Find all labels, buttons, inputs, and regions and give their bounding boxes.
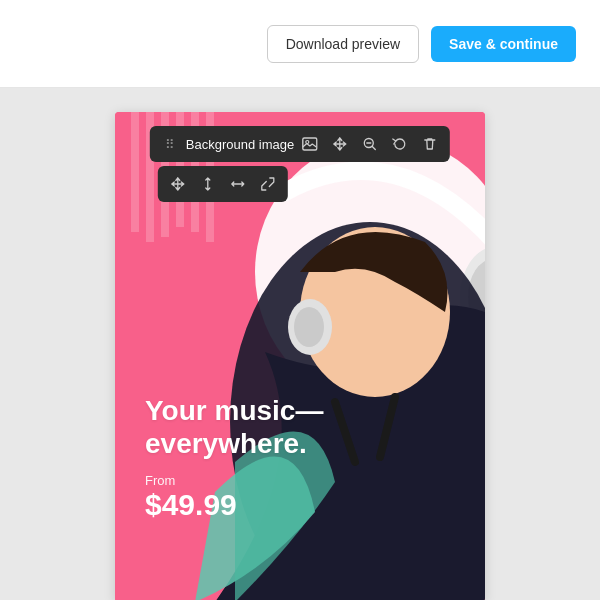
top-bar: Download preview Save & continue [0,0,600,88]
toolbar-row-2 [158,166,288,202]
resize-width-icon[interactable] [224,170,252,198]
toolbar-row-1: ⠿ Background image [150,126,450,162]
card-text-content: Your music— everywhere. From $49.99 [145,394,323,522]
svg-point-1 [306,141,309,144]
card-price: $49.99 [145,488,323,522]
expand-icon[interactable] [254,170,282,198]
card-headline: Your music— everywhere. [145,394,323,461]
move2-icon[interactable] [164,170,192,198]
card-from: From [145,473,323,488]
download-preview-button[interactable]: Download preview [267,25,419,63]
svg-point-16 [294,307,324,347]
move-icon[interactable] [326,130,354,158]
image-icon[interactable] [296,130,324,158]
svg-rect-0 [303,138,317,150]
drag-handle-icon[interactable]: ⠿ [156,130,184,158]
zoom-out-icon[interactable] [356,130,384,158]
delete-icon[interactable] [416,130,444,158]
resize-height-icon[interactable] [194,170,222,198]
element-toolbar: ⠿ Background image [150,126,450,202]
reset-icon[interactable] [386,130,414,158]
layer-label: Background image [186,137,294,152]
save-continue-button[interactable]: Save & continue [431,26,576,62]
canvas-area: ⠿ Background image [0,88,600,600]
